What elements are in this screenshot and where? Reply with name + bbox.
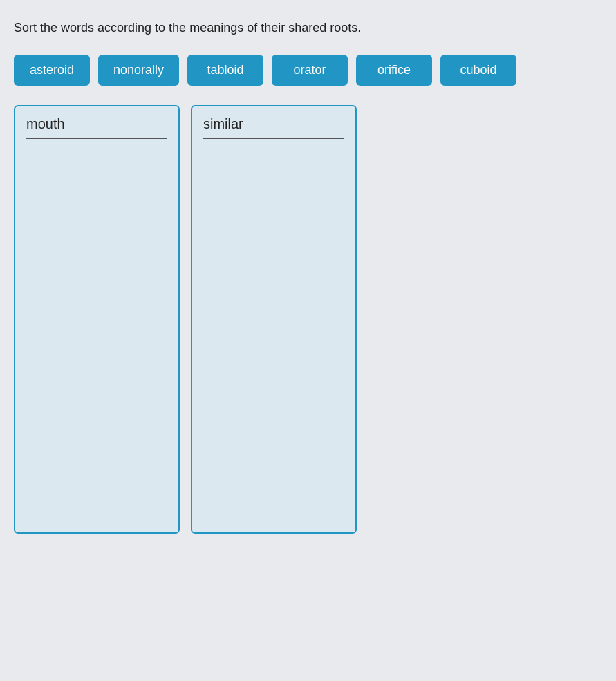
drop-zone-similar-divider: [203, 138, 344, 139]
word-bank: asteroid nonorally tabloid orator orific…: [14, 55, 602, 86]
drop-zone-similar-header: similar: [203, 116, 344, 132]
word-tile-orifice[interactable]: orifice: [356, 55, 432, 86]
word-tile-cuboid[interactable]: cuboid: [440, 55, 516, 86]
word-tile-tabloid[interactable]: tabloid: [187, 55, 263, 86]
instruction-text: Sort the words according to the meanings…: [14, 21, 602, 35]
word-tile-orator[interactable]: orator: [272, 55, 348, 86]
drop-zones-container: mouth similar: [14, 105, 602, 534]
drop-zone-mouth-header: mouth: [26, 116, 167, 132]
word-tile-asteroid[interactable]: asteroid: [14, 55, 90, 86]
word-tile-nonorally[interactable]: nonorally: [98, 55, 179, 86]
drop-zone-mouth-divider: [26, 138, 167, 139]
drop-zone-similar[interactable]: similar: [191, 105, 357, 534]
drop-zone-mouth[interactable]: mouth: [14, 105, 180, 534]
